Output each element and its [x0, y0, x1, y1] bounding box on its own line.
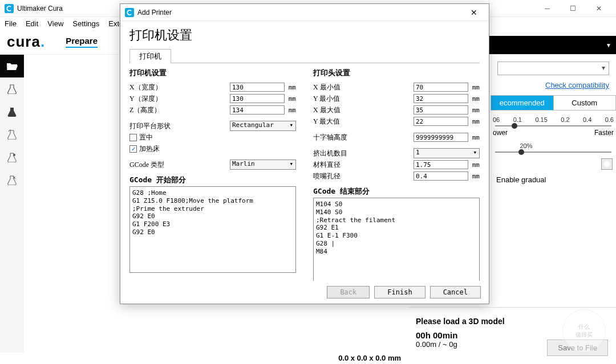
flask-cog-icon	[7, 152, 17, 162]
cancel-button[interactable]: Cancel	[430, 286, 481, 298]
folder-open-icon	[6, 62, 18, 71]
minimize-button[interactable]: ─	[534, 0, 560, 17]
nozzle-size-input[interactable]	[414, 171, 468, 181]
cura-app-icon	[125, 8, 134, 17]
dialog-close-button[interactable]: ✕	[464, 8, 484, 17]
back-button[interactable]: Back	[327, 286, 370, 298]
app-title: Ultimaker Cura	[17, 5, 63, 13]
flask-icon	[7, 107, 17, 117]
enable-gradual-row[interactable]: Enable gradual	[496, 175, 610, 184]
right-panel: Check compatibility ecommended Custom 06…	[491, 55, 616, 307]
add-printer-dialog: Add Printer ✕ 打印机设置 打印机 打印机设置 X（宽度）mm Y（…	[120, 3, 489, 304]
seg-recommended[interactable]: ecommended	[491, 96, 553, 110]
seg-custom[interactable]: Custom	[553, 96, 616, 110]
menu-edit[interactable]: Edit	[26, 19, 38, 28]
chevron-down-icon[interactable]: ▼	[606, 42, 611, 48]
extruder-count-select[interactable]: 1	[414, 148, 480, 158]
dialog-footer: Back Finish Cancel	[120, 281, 489, 304]
material-diameter-input[interactable]	[414, 160, 468, 169]
y-depth-input[interactable]	[230, 94, 285, 103]
tool-rotate[interactable]	[0, 123, 24, 146]
maximize-button[interactable]: ☐	[560, 0, 586, 17]
gantry-height-input[interactable]	[414, 133, 468, 142]
tool-mirror[interactable]	[0, 146, 24, 169]
tab-prepare[interactable]: Prepare	[66, 36, 98, 48]
left-toolbar	[0, 55, 24, 353]
cura-logo: cura.	[7, 33, 45, 51]
dialog-header: 打印机设置	[129, 27, 480, 44]
flask-icon	[7, 84, 17, 94]
close-button[interactable]: ✕	[586, 0, 611, 17]
save-to-file-button[interactable]: Save to File	[547, 340, 608, 356]
load-model-hint: Please load a 3D model	[416, 317, 608, 326]
tool-open[interactable]	[0, 55, 24, 77]
infill-pattern-icon[interactable]	[601, 158, 613, 170]
material-select[interactable]	[497, 62, 609, 75]
x-min-input[interactable]	[414, 83, 468, 92]
end-gcode-textarea[interactable]: M104 S0 M140 S0 ;Retract the filament G9…	[313, 198, 480, 281]
menu-file[interactable]: File	[5, 19, 17, 28]
tool-support[interactable]	[0, 169, 24, 191]
infill-slider[interactable]: 20%	[493, 142, 614, 153]
build-plate-shape-select[interactable]: Rectangular	[230, 121, 296, 131]
viewport-dimensions: 0.0 x 0.0 x 0.0 mm	[0, 351, 408, 364]
gcode-flavor-select[interactable]: Marlin	[230, 159, 296, 170]
x-max-input[interactable]	[414, 105, 468, 114]
svg-rect-0	[5, 4, 14, 13]
y-min-input[interactable]	[414, 94, 468, 103]
printhead-settings-column: 打印头设置 X 最小值mm Y 最小值mm X 最大值mm Y 最大值mm 十字…	[313, 68, 480, 281]
dialog-title-bar: Add Printer ✕	[120, 4, 489, 21]
cura-app-icon	[5, 4, 14, 13]
z-height-input[interactable]	[230, 105, 285, 114]
check-compatibility-link[interactable]: Check compatibility	[497, 81, 609, 89]
finish-button[interactable]: Finish	[374, 286, 425, 298]
print-time: 00h 00min	[416, 330, 608, 340]
dialog-title: Add Printer	[137, 9, 172, 17]
start-gcode-textarea[interactable]: G28 ;Home G1 Z15.0 F1800;Move the platfo…	[129, 186, 296, 273]
menu-settings[interactable]: Settings	[72, 19, 99, 28]
printer-settings-column: 打印机设置 X（宽度）mm Y（深度）mm Z（高度）mm 打印平台形状Rect…	[129, 68, 296, 281]
tool-move[interactable]	[0, 77, 24, 100]
menu-view[interactable]: View	[47, 19, 63, 28]
y-max-input[interactable]	[414, 117, 468, 126]
svg-point-1	[13, 154, 15, 156]
tab-printer[interactable]: 打印机	[129, 49, 171, 63]
heated-bed-checkbox[interactable]: ✓	[129, 145, 137, 153]
svg-rect-2	[125, 8, 134, 17]
profile-segment: ecommended Custom	[491, 95, 616, 111]
flask-refresh-icon	[7, 129, 17, 140]
tool-scale[interactable]	[0, 100, 24, 123]
layer-height-slider[interactable]: 06 0.1 0.15 0.2 0.4 0.6 owerFaster	[493, 116, 614, 137]
x-width-input[interactable]	[230, 83, 285, 92]
footer-panel: our prints? ubleshooting Guides Please l…	[408, 307, 616, 364]
flask-x-icon	[7, 175, 17, 185]
infill-pattern	[494, 158, 613, 170]
center-origin-checkbox[interactable]	[129, 134, 137, 141]
